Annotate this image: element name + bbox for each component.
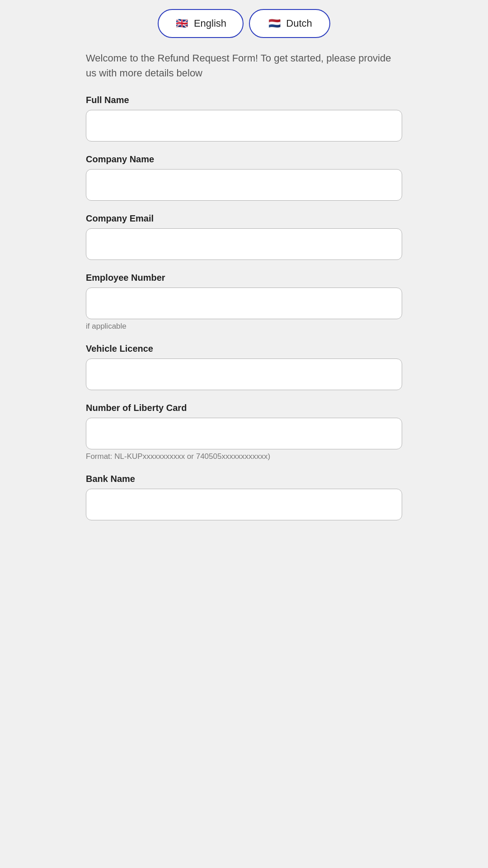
company-name-label: Company Name	[86, 154, 402, 165]
company-name-input[interactable]	[86, 169, 402, 201]
refund-form: Full Name Company Name Company Email Emp…	[86, 95, 402, 520]
vehicle-licence-label: Vehicle Licence	[86, 344, 402, 354]
bank-name-label: Bank Name	[86, 474, 402, 484]
company-email-input[interactable]	[86, 228, 402, 260]
dutch-button[interactable]: 🇳🇱 Dutch	[249, 9, 330, 38]
employee-number-label: Employee Number	[86, 273, 402, 283]
company-email-group: Company Email	[86, 213, 402, 260]
english-button[interactable]: 🇬🇧 English	[158, 9, 244, 38]
english-label: English	[194, 18, 226, 29]
liberty-card-label: Number of Liberty Card	[86, 403, 402, 413]
language-toggle: 🇬🇧 English 🇳🇱 Dutch	[86, 9, 402, 38]
liberty-card-input[interactable]	[86, 418, 402, 449]
dutch-label: Dutch	[286, 18, 312, 29]
company-name-group: Company Name	[86, 154, 402, 201]
employee-number-group: Employee Number if applicable	[86, 273, 402, 331]
uk-flag-icon: 🇬🇧	[175, 16, 189, 31]
liberty-card-hint: Format: NL-KUPxxxxxxxxxxx or 740505xxxxx…	[86, 452, 402, 461]
full-name-input[interactable]	[86, 110, 402, 142]
nl-flag-icon: 🇳🇱	[267, 16, 282, 31]
employee-number-hint: if applicable	[86, 322, 402, 331]
bank-name-group: Bank Name	[86, 474, 402, 520]
full-name-group: Full Name	[86, 95, 402, 142]
welcome-text: Welcome to the Refund Request Form! To g…	[86, 51, 402, 80]
company-email-label: Company Email	[86, 213, 402, 224]
employee-number-input[interactable]	[86, 288, 402, 319]
full-name-label: Full Name	[86, 95, 402, 105]
bank-name-input[interactable]	[86, 489, 402, 520]
vehicle-licence-group: Vehicle Licence	[86, 344, 402, 390]
vehicle-licence-input[interactable]	[86, 359, 402, 390]
liberty-card-group: Number of Liberty Card Format: NL-KUPxxx…	[86, 403, 402, 461]
